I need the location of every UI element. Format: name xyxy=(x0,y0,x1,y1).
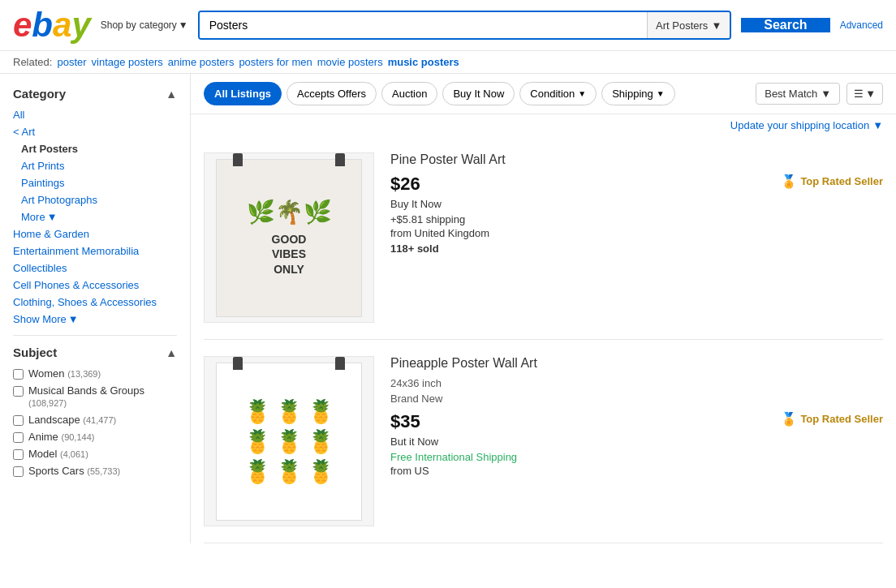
sort-label: Best Match xyxy=(765,88,817,100)
checkbox-women-label[interactable]: Women (13,369) xyxy=(28,367,101,380)
product-title-2[interactable]: Pineapple Poster Wall Art xyxy=(390,356,883,371)
related-link-anime[interactable]: anime posters xyxy=(168,56,235,68)
buy-it-now-button[interactable]: Buy It Now xyxy=(442,82,515,105)
sidebar-more-toggle[interactable]: More ▼ xyxy=(13,211,177,223)
sidebar-item-paintings[interactable]: Paintings xyxy=(13,177,177,189)
show-more-label: Show More xyxy=(13,313,67,325)
checkbox-landscape-label[interactable]: Landscape (41,477) xyxy=(28,414,116,426)
advanced-link[interactable]: Advanced xyxy=(840,19,883,31)
chevron-down-icon: ▼ xyxy=(872,119,883,131)
logo-a: a xyxy=(53,8,71,42)
pineapple-6: 🍍 xyxy=(307,428,335,455)
checkbox-landscape-input[interactable] xyxy=(13,415,24,426)
poster2-visual: 🍍 🍍 🍍 🍍 🍍 🍍 🍍 🍍 🍍 xyxy=(216,363,362,521)
sidebar-item-art-photographs[interactable]: Art Photographs xyxy=(13,194,177,206)
related-link-men[interactable]: posters for men xyxy=(239,56,312,68)
show-more-toggle[interactable]: Show More ▼ xyxy=(13,313,177,325)
sidebar-item-all[interactable]: All xyxy=(13,109,177,121)
checkbox-landscape: Landscape (41,477) xyxy=(13,414,177,426)
product-meta-2: $35 But it Now Free International Shippi… xyxy=(390,411,883,477)
sidebar-item-home-garden[interactable]: Home & Garden xyxy=(13,228,177,240)
top-rated-label-1: Top Rated Seller xyxy=(800,175,883,187)
top-rated-icon-1: 🏅 xyxy=(781,174,797,189)
pineapple-8: 🍍 xyxy=(275,458,304,485)
related-link-poster[interactable]: poster xyxy=(57,56,86,68)
related-label: Related: xyxy=(13,56,52,68)
product-list: 🌿🌴🌿 GOODVIBESONLY Pine Poster Wall Art $… xyxy=(191,136,896,543)
sidebar-item-clothing[interactable]: Clothing, Shoes & Accessories xyxy=(13,296,177,308)
product-item-1: 🌿🌴🌿 GOODVIBESONLY Pine Poster Wall Art $… xyxy=(204,136,883,340)
top-rated-badge-2: 🏅 Top Rated Seller xyxy=(781,411,883,427)
sidebar-item-art-prints[interactable]: Art Prints xyxy=(13,160,177,172)
header: e b a y Shop by category ▼ Art Posters ▼… xyxy=(0,0,896,51)
checkbox-model-label[interactable]: Model (4,061) xyxy=(28,448,88,460)
sort-dropdown[interactable]: Best Match ▼ xyxy=(756,83,840,105)
checkbox-musical-bands-input[interactable] xyxy=(13,386,24,397)
shipping-button[interactable]: Shipping ▼ xyxy=(601,82,675,105)
product-price-1: $26 xyxy=(390,174,748,195)
search-button[interactable]: Search xyxy=(741,18,829,32)
pineapple-2: 🍍 xyxy=(275,398,304,425)
checkbox-sports-cars: Sports Cars (55,733) xyxy=(13,465,177,477)
shop-by-category[interactable]: Shop by category ▼ xyxy=(101,19,188,31)
sidebar-item-art-posters[interactable]: Art Posters xyxy=(13,143,177,155)
product-buy-type-1: Buy It Now xyxy=(390,198,748,210)
product-price-2: $35 xyxy=(390,411,748,432)
checkbox-sports-cars-label[interactable]: Sports Cars (55,733) xyxy=(28,465,120,477)
condition-button[interactable]: Condition ▼ xyxy=(519,82,597,105)
sort-area: Best Match ▼ ☰ ▼ xyxy=(756,83,883,105)
collapse-category-icon[interactable]: ▲ xyxy=(166,88,177,101)
search-bar: Art Posters ▼ xyxy=(198,11,732,40)
logo: e b a y xyxy=(13,8,91,42)
checkbox-musical-bands-label[interactable]: Musical Bands & Groups (108,927) xyxy=(28,384,177,409)
list-view-icon: ☰ xyxy=(854,88,864,100)
content-area: All Listings Accepts Offers Auction Buy … xyxy=(191,74,896,543)
collapse-subject-icon[interactable]: ▲ xyxy=(166,346,177,359)
clip-right xyxy=(335,153,345,166)
top-rated-label-2: Top Rated Seller xyxy=(800,413,883,425)
accepts-offers-button[interactable]: Accepts Offers xyxy=(286,82,377,105)
auction-button[interactable]: Auction xyxy=(381,82,437,105)
pineapple-3: 🍍 xyxy=(307,398,335,425)
search-input[interactable] xyxy=(200,12,647,38)
search-category-dropdown[interactable]: Art Posters ▼ xyxy=(647,12,730,38)
sidebar-item-entertainment[interactable]: Entertainment Memorabilia xyxy=(13,245,177,257)
checkbox-women-input[interactable] xyxy=(13,369,24,380)
product-pricing-1: $26 Buy It Now +$5.81 shipping from Unit… xyxy=(390,174,748,258)
sidebar-item-collectibles[interactable]: Collectibles xyxy=(13,262,177,274)
related-link-music[interactable]: music posters xyxy=(388,56,459,68)
poster1-content: 🌿🌴🌿 GOODVIBESONLY xyxy=(239,191,340,285)
pineapple-grid: 🍍 🍍 🍍 🍍 🍍 🍍 🍍 🍍 🍍 xyxy=(235,390,343,493)
chevron-down-icon: ▼ xyxy=(821,88,831,100)
checkbox-anime-input[interactable] xyxy=(13,432,24,443)
chevron-down-icon: ▼ xyxy=(179,19,188,31)
product-buy-type-2: But it Now xyxy=(390,436,748,448)
related-link-movie[interactable]: movie posters xyxy=(317,56,383,68)
checkbox-musical-bands: Musical Bands & Groups (108,927) xyxy=(13,384,177,409)
checkbox-women: Women (13,369) xyxy=(13,367,177,380)
main-layout: Category ▲ All < Art Art Posters Art Pri… xyxy=(0,74,896,543)
clip-left-2 xyxy=(233,357,243,370)
category-title-label: Category xyxy=(13,87,66,101)
checkbox-anime-label[interactable]: Anime (90,144) xyxy=(28,431,94,443)
product-title-1[interactable]: Pine Poster Wall Art xyxy=(390,152,883,167)
sidebar-item-cell-phones[interactable]: Cell Phones & Accessories xyxy=(13,279,177,291)
pineapple-5: 🍍 xyxy=(275,428,304,455)
filter-bar: All Listings Accepts Offers Auction Buy … xyxy=(191,74,896,114)
related-bar: Related: poster vintage posters anime po… xyxy=(0,51,896,74)
clip-right-2 xyxy=(335,357,345,370)
logo-b: b xyxy=(32,8,53,42)
subject-section: Subject ▲ Women (13,369) Musical Bands &… xyxy=(13,346,177,477)
product-image-1[interactable]: 🌿🌴🌿 GOODVIBESONLY xyxy=(204,152,374,323)
product-free-shipping-2: Free International Shipping xyxy=(390,451,748,463)
related-link-vintage[interactable]: vintage posters xyxy=(92,56,163,68)
product-image-2[interactable]: 🍍 🍍 🍍 🍍 🍍 🍍 🍍 🍍 🍍 xyxy=(204,356,374,526)
all-listings-button[interactable]: All Listings xyxy=(204,82,282,105)
update-shipping-label: Update your shipping location xyxy=(730,119,869,131)
checkbox-sports-cars-input[interactable] xyxy=(13,466,24,477)
view-toggle[interactable]: ☰ ▼ xyxy=(846,83,883,105)
update-shipping-link[interactable]: Update your shipping location ▼ xyxy=(730,119,883,131)
sidebar-item-art[interactable]: < Art xyxy=(13,126,177,138)
product-item-2: 🍍 🍍 🍍 🍍 🍍 🍍 🍍 🍍 🍍 Pineapple xyxy=(204,340,883,543)
checkbox-model-input[interactable] xyxy=(13,449,24,460)
